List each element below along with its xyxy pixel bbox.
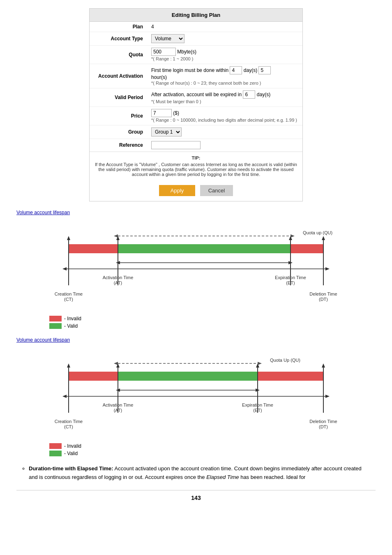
- elapsed-time-italic: Elapsed Time: [206, 474, 239, 480]
- price-note: *( Range : 0 ~ 100000, including two dig…: [151, 118, 297, 123]
- valid-color-swatch: [49, 323, 62, 329]
- account-type-select[interactable]: Volume Duration Unlimited: [151, 34, 184, 43]
- legend-valid-row: - Valid: [49, 323, 376, 329]
- reference-row: Reference: [90, 139, 302, 152]
- svg-text:Creation Time: Creation Time: [55, 419, 83, 424]
- quota-row: Quota Mbyte(s) *( Range : 1 ~ 2000 ): [90, 46, 302, 64]
- svg-rect-1: [118, 244, 291, 253]
- activation-note: *( Range of hour(s) : 0 ~ 23; they canno…: [151, 81, 261, 86]
- svg-marker-13: [322, 236, 325, 240]
- svg-marker-15: [325, 267, 330, 271]
- invalid2-color-swatch: [49, 443, 62, 449]
- tip-text: If the Account Type is "Volume" , Custom…: [94, 162, 298, 177]
- apply-button[interactable]: Apply: [159, 185, 196, 196]
- activation-hours-unit: hour(s): [151, 74, 167, 80]
- svg-text:(ET): (ET): [286, 280, 295, 285]
- activation-text1: First time login must be done within: [151, 67, 228, 73]
- valid2-color-swatch: [49, 451, 62, 456]
- tip-section: TIP: If the Account Type is "Volume" , C…: [90, 152, 302, 180]
- plan-row: Plan 4: [90, 22, 302, 32]
- diagram2-title: Volume account lifespan: [16, 337, 376, 343]
- legend2-valid-row: - Valid: [49, 451, 376, 456]
- valid-note: *( Must be larger than 0 ): [151, 99, 201, 104]
- svg-text:(AT): (AT): [114, 408, 122, 413]
- plan-value: 4: [151, 24, 154, 30]
- svg-text:(CT): (CT): [64, 297, 73, 302]
- activation-hours-input[interactable]: [258, 66, 271, 74]
- svg-marker-42: [322, 363, 325, 368]
- svg-marker-5: [114, 234, 118, 238]
- duration-elapsed-bold: Duration-time with Elapsed Time:: [29, 465, 113, 472]
- activation-label: Account Activation: [90, 64, 147, 88]
- valid-text: After activation, account will be expire…: [151, 92, 242, 97]
- valid-input[interactable]: [243, 90, 255, 99]
- svg-text:Deletion Time: Deletion Time: [309, 419, 337, 424]
- svg-marker-34: [114, 362, 118, 365]
- svg-marker-36: [67, 363, 70, 368]
- valid-label: Valid Period: [90, 88, 147, 107]
- svg-text:Deletion Time: Deletion Time: [309, 291, 337, 296]
- invalid-color-swatch: [49, 316, 62, 321]
- diagram1-legend: - Invalid - Valid: [49, 316, 376, 329]
- price-row: Price ($) *( Range : 0 ~ 100000, includi…: [90, 107, 302, 125]
- valid-period-row: Valid Period After activation, account w…: [90, 88, 302, 107]
- reference-input[interactable]: [151, 141, 201, 149]
- svg-rect-31: [258, 372, 323, 381]
- price-label: Price: [90, 107, 147, 125]
- svg-text:Expiration Time: Expiration Time: [275, 275, 306, 280]
- diagram2-legend: - Invalid - Valid: [49, 443, 376, 456]
- quota-input[interactable]: [151, 48, 176, 56]
- group-label: Group: [90, 125, 147, 139]
- svg-rect-0: [69, 244, 118, 253]
- group-row: Group Group 1 Group 2: [90, 125, 302, 139]
- legend-invalid-row: - Invalid: [49, 316, 376, 321]
- invalid2-label: - Invalid: [64, 443, 81, 449]
- plan-label: Plan: [90, 22, 147, 32]
- activation-row: Account Activation First time login must…: [90, 64, 302, 88]
- billing-plan-form: Editing Billing Plan Plan 4 Account Type…: [89, 8, 303, 201]
- form-title: Editing Billing Plan: [90, 9, 302, 22]
- quota-label: Quota: [90, 46, 147, 64]
- svg-text:Activation Time: Activation Time: [103, 402, 134, 407]
- bottom-text-section: Duration-time with Elapsed Time: Account…: [16, 465, 376, 482]
- account-type-label: Account Type: [90, 32, 147, 46]
- svg-rect-29: [69, 372, 118, 381]
- activation-days-input[interactable]: [230, 66, 242, 74]
- price-symbol: ($): [173, 110, 179, 116]
- svg-text:(CT): (CT): [64, 424, 73, 429]
- duration-elapsed-end: has been reached. Ideal for: [239, 474, 306, 480]
- invalid-label: - Invalid: [64, 316, 81, 321]
- valid-unit: day(s): [257, 92, 270, 97]
- svg-marker-4: [291, 234, 295, 238]
- form-table: Plan 4 Account Type Volume Duration Unli…: [90, 22, 302, 152]
- valid2-label: - Valid: [64, 451, 78, 456]
- diagram1-title: Volume account lifespan: [16, 210, 376, 215]
- svg-marker-45: [62, 395, 67, 398]
- svg-marker-7: [67, 236, 70, 240]
- svg-text:(DT): (DT): [319, 297, 328, 302]
- diagram2-section: Volume account lifespan: [16, 337, 376, 456]
- quota-note: *( Range : 1 ~ 2000 ): [151, 56, 193, 61]
- page-number: 143: [16, 490, 376, 501]
- svg-text:(AT): (AT): [114, 280, 122, 285]
- svg-rect-30: [118, 372, 258, 381]
- diagram2-svg: Activation Time (AT) Expiration Time (ET…: [52, 347, 340, 442]
- duration-elapsed-item: Duration-time with Elapsed Time: Account…: [29, 465, 371, 482]
- svg-text:Expiration Time: Expiration Time: [242, 402, 273, 407]
- cancel-button[interactable]: Cancel: [200, 185, 233, 196]
- tip-label: TIP:: [94, 155, 298, 160]
- quota-unit: Mbyte(s): [177, 49, 196, 55]
- button-row: Apply Cancel: [90, 180, 302, 201]
- svg-text:Activation Time: Activation Time: [103, 275, 134, 280]
- svg-marker-16: [62, 267, 67, 271]
- svg-rect-2: [291, 244, 323, 253]
- legend2-invalid-row: - Invalid: [49, 443, 376, 449]
- account-type-row: Account Type Volume Duration Unlimited: [90, 32, 302, 46]
- activation-days-unit: day(s): [244, 67, 257, 73]
- group-select[interactable]: Group 1 Group 2: [151, 127, 182, 136]
- svg-text:(ET): (ET): [253, 408, 262, 413]
- price-input[interactable]: [151, 109, 172, 117]
- svg-text:Creation Time: Creation Time: [55, 291, 83, 296]
- svg-text:Quota Up (QU): Quota Up (QU): [270, 358, 300, 363]
- svg-text:Quota up (QU): Quota up (QU): [303, 230, 332, 235]
